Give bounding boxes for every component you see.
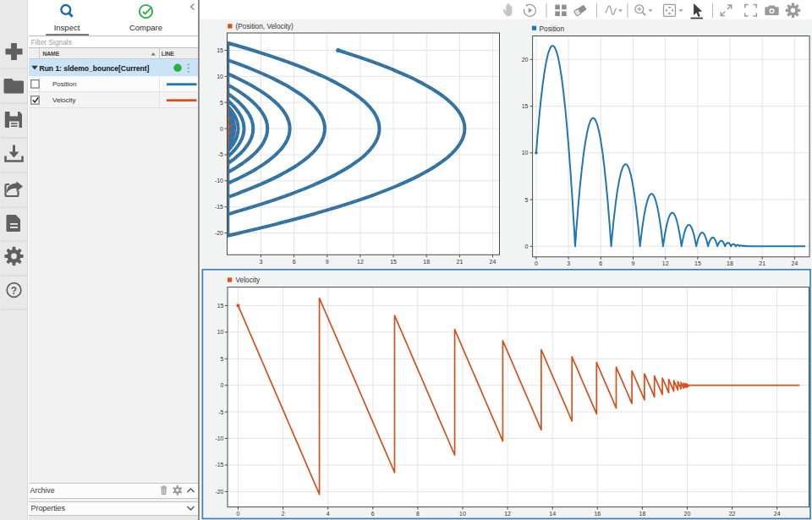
svg-text:-20: -20 (215, 230, 223, 236)
svg-text:20: 20 (684, 511, 691, 517)
svg-text:(Position, Velocity): (Position, Velocity) (236, 22, 294, 30)
svg-text:Velocity: Velocity (236, 276, 261, 284)
svg-text:18: 18 (639, 511, 646, 517)
svg-text:-20: -20 (215, 489, 223, 495)
svg-text:16: 16 (594, 511, 601, 517)
svg-text:-10: -10 (215, 178, 223, 183)
svg-text:9: 9 (632, 260, 635, 266)
svg-text:12: 12 (357, 259, 364, 265)
svg-text:5: 5 (221, 356, 224, 362)
svg-text:0: 0 (535, 260, 538, 266)
svg-text:15: 15 (217, 47, 223, 53)
svg-text:18: 18 (423, 259, 430, 265)
svg-text:6: 6 (293, 259, 296, 265)
svg-text:-15: -15 (215, 462, 223, 468)
svg-text:0: 0 (525, 244, 529, 249)
svg-text:5: 5 (525, 197, 529, 203)
svg-text:15: 15 (390, 259, 397, 265)
svg-text:24: 24 (792, 260, 798, 266)
svg-text:24: 24 (490, 259, 497, 265)
svg-text:4: 4 (326, 511, 330, 517)
svg-text:24: 24 (774, 511, 781, 517)
svg-text:12: 12 (662, 260, 669, 266)
svg-text:-5: -5 (218, 409, 223, 415)
svg-text:-5: -5 (218, 151, 223, 157)
svg-text:9: 9 (326, 259, 329, 265)
svg-text:6: 6 (371, 511, 375, 517)
svg-text:6: 6 (599, 260, 602, 266)
svg-text:2: 2 (282, 511, 285, 517)
svg-text:15: 15 (694, 260, 701, 266)
svg-text:-10: -10 (215, 435, 223, 441)
svg-text:15: 15 (217, 303, 224, 309)
svg-text:-15: -15 (215, 204, 223, 210)
svg-text:21: 21 (759, 260, 765, 266)
svg-text:10: 10 (459, 511, 466, 517)
svg-text:22: 22 (729, 511, 736, 517)
svg-text:10: 10 (217, 74, 223, 79)
svg-text:3: 3 (567, 260, 570, 266)
svg-text:20: 20 (522, 57, 529, 63)
svg-text:5: 5 (220, 100, 223, 106)
svg-text:Position: Position (540, 25, 565, 33)
svg-text:10: 10 (217, 329, 224, 335)
svg-text:3: 3 (260, 259, 263, 265)
svg-text:12: 12 (504, 511, 511, 517)
svg-text:0: 0 (237, 511, 240, 517)
svg-text:14: 14 (549, 511, 556, 517)
svg-text:0: 0 (220, 126, 223, 132)
svg-text:0: 0 (221, 382, 224, 388)
svg-text:21: 21 (457, 259, 464, 265)
svg-text:18: 18 (727, 260, 733, 266)
svg-text:15: 15 (522, 103, 529, 109)
svg-text:10: 10 (522, 150, 529, 156)
svg-text:8: 8 (416, 511, 420, 517)
